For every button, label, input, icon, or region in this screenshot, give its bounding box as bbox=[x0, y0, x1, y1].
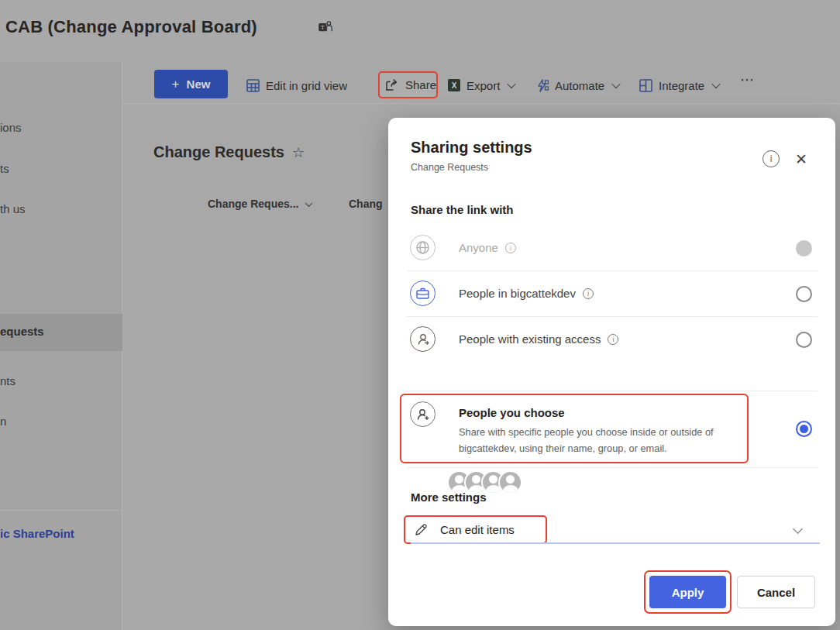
sidebar-item[interactable]: ts bbox=[0, 162, 9, 175]
option-anyone: Anyone i bbox=[459, 241, 516, 254]
page-title: CAB (Change Approval Board) bbox=[5, 17, 257, 37]
chevron-down-icon bbox=[508, 80, 516, 88]
radio-people-in-org[interactable] bbox=[796, 286, 812, 302]
person-add-icon bbox=[410, 401, 435, 427]
person-icon bbox=[410, 326, 435, 352]
column-header-label: Change Reques... bbox=[208, 198, 298, 210]
info-icon[interactable]: i bbox=[763, 150, 780, 167]
chevron-down-icon bbox=[712, 80, 721, 88]
edit-in-grid-view-button[interactable]: Edit in grid view bbox=[246, 74, 347, 97]
sidebar-divider bbox=[0, 510, 122, 511]
share-icon bbox=[385, 79, 399, 91]
dropdown-underline bbox=[411, 542, 820, 544]
option-label: People in bigcattekdev bbox=[459, 287, 576, 300]
share-button[interactable]: Share bbox=[378, 71, 438, 98]
screen: CAB (Change Approval Board) T ions ts th… bbox=[0, 0, 840, 630]
edit-in-grid-view-label: Edit in grid view bbox=[266, 79, 347, 92]
favorite-star-icon[interactable]: ☆ bbox=[292, 144, 305, 161]
svg-text:T: T bbox=[321, 24, 325, 31]
column-header-label: Chang bbox=[349, 198, 383, 210]
plus-icon: + bbox=[172, 77, 180, 91]
sidebar-item[interactable]: ions bbox=[0, 121, 22, 134]
teams-icon: T bbox=[318, 21, 333, 34]
chevron-down-icon bbox=[612, 80, 621, 88]
automate-icon bbox=[535, 79, 549, 92]
column-header[interactable]: Change Reques... bbox=[208, 198, 312, 210]
close-icon[interactable]: ✕ bbox=[792, 150, 811, 169]
toolbar-separator bbox=[123, 103, 840, 104]
radio-existing-access[interactable] bbox=[796, 332, 812, 348]
export-button[interactable]: X Export bbox=[448, 74, 515, 97]
option-people-in-org[interactable]: People in bigcattekdev i bbox=[459, 287, 594, 300]
dialog-title: Sharing settings bbox=[411, 139, 532, 157]
radio-anyone bbox=[796, 240, 812, 256]
share-link-with-heading: Share the link with bbox=[411, 203, 514, 216]
option-people-you-choose-description: Share with specific people you choose in… bbox=[459, 424, 747, 456]
info-icon[interactable]: i bbox=[583, 288, 594, 299]
sidebar-item[interactable]: th us bbox=[0, 202, 26, 215]
sidebar: ions ts th us equests nts n ic SharePoin… bbox=[0, 62, 122, 630]
divider bbox=[407, 467, 818, 468]
apply-annotation: Apply bbox=[644, 570, 732, 614]
pencil-icon bbox=[415, 524, 427, 536]
integrate-icon bbox=[639, 79, 652, 92]
classic-sharepoint-link[interactable]: ic SharePoint bbox=[0, 527, 74, 540]
info-icon[interactable]: i bbox=[608, 334, 618, 345]
option-label: People with existing access bbox=[459, 332, 601, 346]
new-button-label: New bbox=[187, 77, 211, 91]
integrate-label: Integrate bbox=[659, 79, 704, 92]
chevron-down-icon[interactable] bbox=[793, 524, 803, 534]
info-icon: i bbox=[505, 243, 516, 253]
column-header[interactable]: Chang bbox=[349, 198, 383, 210]
sidebar-item[interactable]: nts bbox=[0, 374, 15, 387]
automate-button[interactable]: Automate bbox=[535, 74, 619, 97]
new-button[interactable]: +New bbox=[154, 70, 228, 98]
list-title: Change Requests bbox=[153, 143, 284, 161]
globe-icon bbox=[410, 235, 435, 260]
automate-label: Automate bbox=[555, 79, 604, 92]
avatar bbox=[498, 470, 522, 494]
chevron-down-icon bbox=[305, 199, 313, 207]
sidebar-item-selected[interactable]: equests bbox=[0, 314, 122, 351]
sharing-settings-dialog: Sharing settings Change Requests i ✕ Sha… bbox=[388, 118, 835, 626]
divider bbox=[407, 270, 818, 271]
excel-icon: X bbox=[448, 79, 460, 91]
export-label: Export bbox=[466, 79, 500, 92]
cancel-button[interactable]: Cancel bbox=[737, 576, 815, 608]
grid-view-icon bbox=[246, 79, 260, 92]
divider bbox=[407, 316, 818, 317]
sidebar-item-label: equests bbox=[0, 325, 44, 338]
option-existing-access[interactable]: People with existing access i bbox=[459, 332, 618, 346]
briefcase-icon bbox=[410, 281, 435, 306]
option-people-you-choose-label[interactable]: People you choose bbox=[459, 406, 565, 419]
permission-dropdown[interactable]: Can edit items bbox=[404, 515, 547, 544]
apply-button[interactable]: Apply bbox=[649, 576, 726, 608]
option-label: Anyone bbox=[459, 241, 498, 254]
more-commands-button[interactable]: ⋯ bbox=[740, 71, 755, 88]
radio-people-you-choose[interactable] bbox=[796, 421, 812, 437]
app-header: CAB (Change Approval Board) T bbox=[0, 0, 840, 62]
divider bbox=[407, 391, 818, 391]
permission-value: Can edit items bbox=[440, 523, 515, 536]
integrate-button[interactable]: Integrate bbox=[639, 74, 719, 97]
share-button-label: Share bbox=[405, 78, 436, 91]
dialog-subtitle: Change Requests bbox=[411, 162, 488, 173]
sidebar-item[interactable]: n bbox=[0, 415, 6, 428]
more-settings-heading: More settings bbox=[411, 491, 487, 504]
